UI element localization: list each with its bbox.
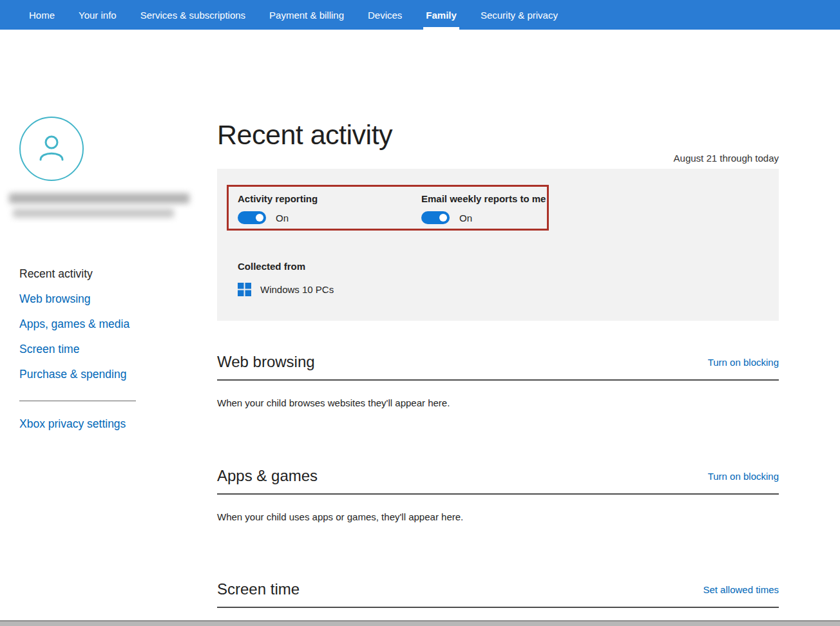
nav-item-home[interactable]: Home xyxy=(29,0,55,30)
activity-reporting-label: Activity reporting xyxy=(238,193,318,204)
turn-on-blocking-link[interactable]: Turn on blocking xyxy=(708,357,779,368)
top-navigation: Home Your info Services & subscriptions … xyxy=(0,0,840,30)
toggle-knob xyxy=(256,214,263,222)
email-reports-toggle[interactable] xyxy=(421,211,450,224)
section-title: Screen time xyxy=(217,580,779,598)
nav-item-services-subscriptions[interactable]: Services & subscriptions xyxy=(140,0,245,30)
redacted-username-line2 xyxy=(13,209,174,218)
nav-item-family[interactable]: Family xyxy=(426,0,457,30)
activity-reporting-setting: Activity reporting On xyxy=(238,193,318,224)
date-range: August 21 through today xyxy=(674,153,779,164)
family-activity-page: Home Your info Services & subscriptions … xyxy=(0,0,840,626)
section-web-browsing: Web browsing Turn on blocking When your … xyxy=(217,353,779,408)
sidebar-navigation: Recent activity Web browsing Apps, games… xyxy=(19,266,167,392)
email-reports-setting: Email weekly reports to me On xyxy=(421,193,546,224)
section-divider xyxy=(217,607,779,608)
section-divider xyxy=(217,493,779,495)
sidebar-divider xyxy=(19,401,136,401)
activity-reporting-toggle[interactable] xyxy=(238,211,266,224)
section-divider xyxy=(217,379,779,381)
sidebar-item-xbox-privacy-settings[interactable]: Xbox privacy settings xyxy=(19,417,126,431)
email-reports-label: Email weekly reports to me xyxy=(421,193,546,204)
avatar xyxy=(19,117,84,181)
nav-item-payment-billing[interactable]: Payment & billing xyxy=(269,0,344,30)
page-bottom-edge xyxy=(0,620,840,626)
set-allowed-times-link[interactable]: Set allowed times xyxy=(703,584,779,595)
section-title: Web browsing xyxy=(217,353,779,371)
nav-item-your-info[interactable]: Your info xyxy=(79,0,117,30)
nav-item-security-privacy[interactable]: Security & privacy xyxy=(481,0,558,30)
collected-from-label: Collected from xyxy=(238,261,334,272)
nav-item-devices[interactable]: Devices xyxy=(368,0,402,30)
section-apps-games: Apps & games Turn on blocking When your … xyxy=(217,467,779,522)
activity-reporting-state: On xyxy=(276,213,289,223)
user-icon xyxy=(34,130,69,167)
sidebar-item-recent-activity[interactable]: Recent activity xyxy=(19,266,167,281)
settings-panel: Activity reporting On Email weekly repor… xyxy=(217,169,779,321)
collected-from-value: Windows 10 PCs xyxy=(260,284,334,295)
section-screen-time: Screen time Set allowed times xyxy=(217,580,779,608)
sidebar-item-purchase-spending[interactable]: Purchase & spending xyxy=(19,366,167,382)
sidebar-item-web-browsing[interactable]: Web browsing xyxy=(19,291,167,307)
section-description: When your child browses websites they'll… xyxy=(217,397,779,408)
annotation-highlight-box: Activity reporting On Email weekly repor… xyxy=(227,185,549,231)
redacted-username xyxy=(9,193,189,204)
collected-from-block: Collected from Windows 10 PCs xyxy=(238,261,334,296)
windows-logo-icon xyxy=(238,283,251,296)
section-title: Apps & games xyxy=(217,467,779,485)
page-title: Recent activity xyxy=(217,119,392,151)
sidebar-item-screen-time[interactable]: Screen time xyxy=(19,341,167,357)
email-reports-state: On xyxy=(459,213,472,223)
toggle-knob xyxy=(439,214,447,222)
sidebar-item-apps-games-media[interactable]: Apps, games & media xyxy=(19,316,167,332)
turn-on-blocking-link[interactable]: Turn on blocking xyxy=(708,471,779,482)
section-description: When your child uses apps or games, they… xyxy=(217,511,779,522)
